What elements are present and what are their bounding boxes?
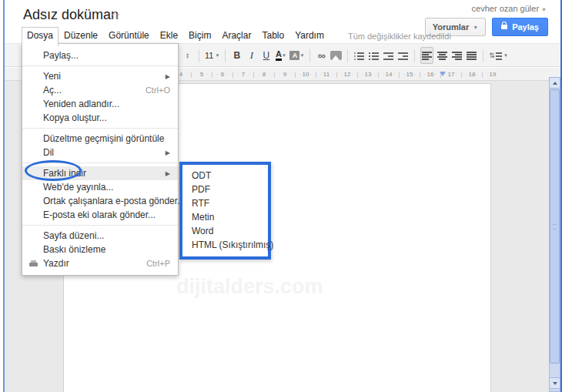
text-color-icon[interactable]: A▼ <box>275 48 286 63</box>
ruler-tick: · <box>435 71 437 78</box>
ruler-tick: | <box>253 72 255 77</box>
menu-item-shortcut: Ctrl+O <box>146 85 170 95</box>
line-spacing-icon[interactable]: ⇅▼ <box>489 48 508 63</box>
download-submenu-item-metin[interactable]: Metin <box>182 210 268 224</box>
menubar-item-ekle[interactable]: Ekle <box>155 28 183 45</box>
download-submenu-item-rtf[interactable]: RTF <box>182 196 268 210</box>
insert-link-icon[interactable]: ∞ <box>316 48 327 63</box>
file-menu-item-e-posta-eki-olarak-g-nder[interactable]: E-posta eki olarak gönder... <box>22 208 178 222</box>
share-button-label: Paylaş <box>512 22 539 32</box>
menu-item-label: Kopya oluştur... <box>43 112 107 123</box>
file-menu-item-sayfa-d-zeni[interactable]: Sayfa düzeni... <box>22 229 178 243</box>
underline-icon[interactable]: U <box>260 48 272 63</box>
document-title[interactable]: Adsız doküman <box>23 7 119 23</box>
align-left-icon[interactable] <box>420 47 433 64</box>
star-icon[interactable]: ☆ <box>110 8 120 22</box>
ruler-tick: | <box>316 72 317 77</box>
file-menu-item-ortak-al-anlara-e-posta-g-nder[interactable]: Ortak çalışanlara e-posta gönder... <box>22 194 178 208</box>
ruler-number: 11 <box>323 71 330 78</box>
menu-item-label: Farklı indir <box>43 168 86 179</box>
ruler-tick: · <box>456 71 458 78</box>
ruler-tick: · <box>310 71 313 78</box>
file-menu-item-yeni[interactable]: Yeni▶ <box>22 69 178 83</box>
file-menu-item-d-zeltme-ge-mi-ini-g-r-nt-le[interactable]: Düzeltme geçmişini görüntüle <box>22 132 178 146</box>
file-menu-item-a[interactable]: Aç...Ctrl+O <box>22 83 178 97</box>
align-right-icon[interactable] <box>451 48 463 63</box>
account-name: cevher ozan güler <box>472 4 539 13</box>
font-size-select[interactable]: 11▼ <box>205 48 219 63</box>
scroll-down-button[interactable] <box>549 377 560 389</box>
toolbar-separator <box>225 49 226 62</box>
window-left-border <box>3 0 5 392</box>
margin-marker[interactable] <box>440 72 446 76</box>
menubar-item-g-r-nt-le[interactable]: Görüntüle <box>103 28 155 45</box>
file-menu-item-bask-nizleme[interactable]: Baskı önizleme <box>22 243 178 256</box>
arrow-down-icon <box>553 382 557 385</box>
ruler-tick: | <box>461 72 463 77</box>
ruler-tick: · <box>186 71 188 78</box>
ruler-number: 14 <box>386 71 393 78</box>
justify-icon[interactable] <box>466 48 477 63</box>
ruler-number: 12 <box>344 71 351 78</box>
download-submenu-item-word[interactable]: Word <box>182 224 268 238</box>
vertical-scrollbar <box>549 77 560 392</box>
ruler-tick: · <box>403 71 406 78</box>
menu-separator <box>22 162 178 163</box>
ruler-tick: · <box>414 71 416 78</box>
menubar-item-tablo[interactable]: Tablo <box>256 28 289 45</box>
menubar-item-bi-im[interactable]: Biçim <box>183 28 216 45</box>
chevron-down-icon: ▼ <box>215 53 219 58</box>
ruler-tick: · <box>466 71 468 78</box>
ruler-tick: · <box>227 71 229 78</box>
numbered-list-icon[interactable] <box>353 48 365 63</box>
align-center-icon[interactable] <box>437 48 448 63</box>
ruler-number: 5 <box>200 71 203 78</box>
ruler-number: 6 <box>221 71 224 78</box>
highlight-color-icon[interactable]: A▼ <box>289 48 304 63</box>
file-menu-item-farkl-indir[interactable]: Farklı indir▶ <box>22 166 178 180</box>
toolbar-separator <box>347 49 348 62</box>
annotation-blue-box: ODTPDFRTFMetinWordHTML (Sıkıştırılmış) <box>179 162 271 260</box>
file-menu-item-web-de-yay-nla[interactable]: Web'de yayınla... <box>22 180 178 194</box>
download-submenu-item-html-s-k-t-r-lm[interactable]: HTML (Sıkıştırılmış) <box>182 238 268 252</box>
file-menu-item-dil[interactable]: Dil▶ <box>22 146 178 159</box>
bulleted-list-icon[interactable] <box>368 48 380 63</box>
ruler-tick: | <box>357 72 359 77</box>
menu-bar: DosyaDüzenleGörüntüleEkleBiçimAraçlarTab… <box>22 27 451 45</box>
ruler-tick: · <box>237 71 239 78</box>
download-submenu-item-pdf[interactable]: PDF <box>182 183 268 196</box>
increase-indent-icon[interactable] <box>397 48 409 63</box>
menubar-item-yard-m[interactable]: Yardım <box>289 28 330 45</box>
menu-item-label: Paylaş... <box>43 50 79 61</box>
menubar-item-dosya[interactable]: Dosya <box>22 27 59 46</box>
chevron-down-icon: ▼ <box>299 53 304 58</box>
file-menu-item-payla[interactable]: Paylaş... <box>22 49 178 62</box>
account-menu[interactable]: cevher ozan güler▼ <box>472 4 547 13</box>
submenu-arrow-icon: ▶ <box>166 73 170 80</box>
ruler-tick: · <box>196 71 198 78</box>
scroll-up-button[interactable] <box>549 77 560 89</box>
decrease-indent-icon[interactable] <box>383 48 394 63</box>
menu-separator <box>22 65 178 66</box>
menu-item-shortcut: Ctrl+P <box>146 259 170 268</box>
font-stepper-icon[interactable]: ▲▼ <box>182 48 193 63</box>
ruler-number: 19 <box>490 71 497 78</box>
ruler-number: 15 <box>406 71 413 78</box>
file-menu-item-kopya-olu-tur[interactable]: Kopya oluştur... <box>22 111 178 125</box>
ruler-tick: · <box>477 71 479 78</box>
menubar-item-ara-lar[interactable]: Araçlar <box>216 28 256 45</box>
file-menu-item-yazd-r[interactable]: YazdırCtrl+P <box>22 256 178 270</box>
share-button[interactable]: Paylaş <box>492 18 548 36</box>
submenu-arrow-icon: ▶ <box>166 170 170 177</box>
insert-image-icon[interactable] <box>330 48 342 63</box>
italic-icon[interactable]: I <box>246 48 257 63</box>
ruler-tick: | <box>336 72 338 77</box>
ruler-number: 8 <box>263 71 266 78</box>
scrollbar-thumb[interactable] <box>550 89 560 364</box>
ruler-tick: | <box>191 72 192 77</box>
bold-icon[interactable]: B <box>231 48 243 63</box>
menubar-item-d-zenle[interactable]: Düzenle <box>59 28 103 45</box>
file-menu-item-yeniden-adland-r[interactable]: Yeniden adlandır... <box>22 97 178 111</box>
chevron-down-icon: ▼ <box>503 53 508 58</box>
download-submenu-item-odt[interactable]: ODT <box>182 169 268 183</box>
